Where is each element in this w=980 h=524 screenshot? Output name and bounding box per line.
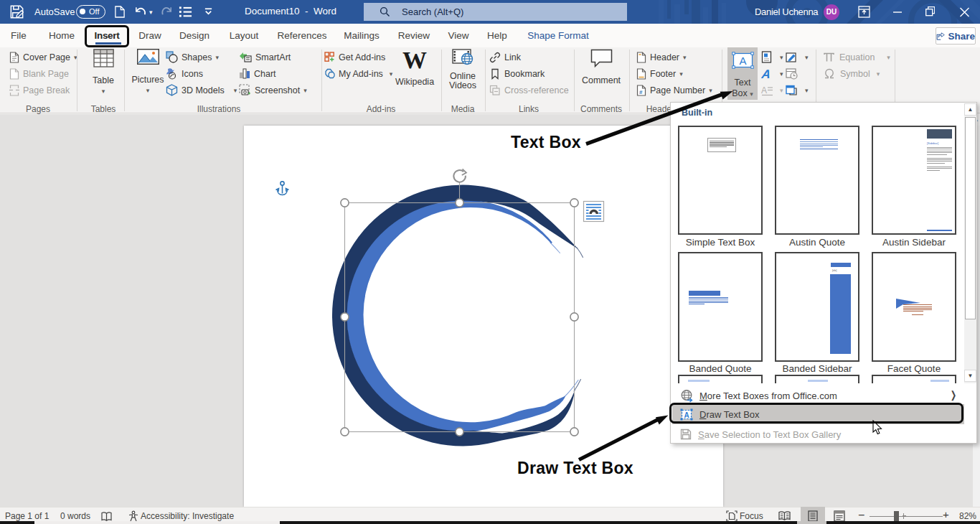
svg-text:#: #	[639, 89, 643, 95]
svg-text:A: A	[761, 68, 771, 80]
svg-text:A: A	[761, 85, 767, 95]
svg-text:A: A	[739, 55, 746, 67]
